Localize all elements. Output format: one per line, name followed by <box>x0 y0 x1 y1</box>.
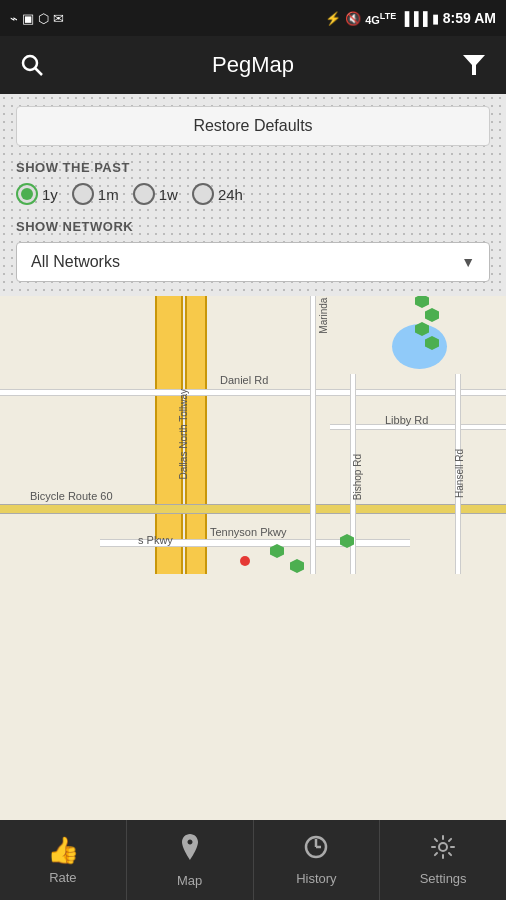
daniel-road <box>0 389 506 396</box>
time-period-radio-group: 1y 1m 1w 24h <box>16 183 490 205</box>
network-dropdown-value: All Networks <box>31 253 120 271</box>
settings-icon <box>430 834 456 867</box>
radio-outer-1y <box>16 183 38 205</box>
radio-outer-24h <box>192 183 214 205</box>
top-bar: PegMap <box>0 36 506 94</box>
rate-icon: 👍 <box>47 835 79 866</box>
radio-1y[interactable]: 1y <box>16 183 58 205</box>
dropdown-arrow-icon: ▼ <box>461 254 475 270</box>
radio-1w[interactable]: 1w <box>133 183 178 205</box>
radio-24h[interactable]: 24h <box>192 183 243 205</box>
history-icon <box>303 834 329 867</box>
svg-point-6 <box>439 843 447 851</box>
filter-button[interactable] <box>454 45 494 85</box>
app-title: PegMap <box>212 52 294 78</box>
mute-icon: 🔇 <box>345 11 361 26</box>
radio-outer-1w <box>133 183 155 205</box>
radio-label-1y: 1y <box>42 186 58 203</box>
map-icon <box>177 832 203 869</box>
svg-line-1 <box>35 68 42 75</box>
bicycle-route <box>0 504 506 514</box>
restore-defaults-button[interactable]: Restore Defaults <box>16 106 490 146</box>
controls-panel: Restore Defaults SHOW THE PAST 1y 1m 1w … <box>0 94 506 296</box>
radio-label-1w: 1w <box>159 186 178 203</box>
nav-rate[interactable]: 👍 Rate <box>0 820 127 900</box>
bottom-nav: 👍 Rate Map History Settings <box>0 820 506 900</box>
show-past-label: SHOW THE PAST <box>16 160 490 175</box>
svg-marker-2 <box>463 55 485 75</box>
email-icon: ✉ <box>53 11 64 26</box>
image-icon: ▣ <box>22 11 34 26</box>
rate-label: Rate <box>49 870 76 885</box>
settings-label: Settings <box>420 871 467 886</box>
network-icon: 4GLTE <box>365 11 396 26</box>
bluetooth-icon: ⚡ <box>325 11 341 26</box>
status-bar: ⌁ ▣ ⬡ ✉ ⚡ 🔇 4GLTE ▐▐▐ ▮ 8:59 AM <box>0 0 506 36</box>
nav-history[interactable]: History <box>254 820 381 900</box>
nav-settings[interactable]: Settings <box>380 820 506 900</box>
radio-inner-1y <box>21 188 33 200</box>
map-label-bishop: Bishop Rd <box>352 454 363 500</box>
nav-map[interactable]: Map <box>127 820 254 900</box>
history-label: History <box>296 871 336 886</box>
radio-label-24h: 24h <box>218 186 243 203</box>
search-button[interactable] <box>12 45 52 85</box>
usb-icon: ⌁ <box>10 11 18 26</box>
show-network-label: SHOW NETWORK <box>16 219 490 234</box>
svg-point-0 <box>23 56 37 70</box>
red-dot <box>240 556 250 566</box>
radio-1m[interactable]: 1m <box>72 183 119 205</box>
signal-icon: ▐▐▐ <box>400 11 428 26</box>
map-label-daniel: Daniel Rd <box>220 374 268 386</box>
map-label-tollway: Dallas North Tollway <box>178 389 189 479</box>
map-label-bicycle: Bicycle Route 60 <box>30 490 113 502</box>
status-time: 8:59 AM <box>443 10 496 26</box>
radio-outer-1m <box>72 183 94 205</box>
battery-icon: ▮ <box>432 11 439 26</box>
network-dropdown[interactable]: All Networks ▼ <box>16 242 490 282</box>
radio-label-1m: 1m <box>98 186 119 203</box>
map-label: Map <box>177 873 202 888</box>
map-label-tennyson: Tennyson Pkwy <box>210 526 286 538</box>
dropbox-icon: ⬡ <box>38 11 49 26</box>
map-label-hansell: Hansell Rd <box>454 449 465 498</box>
map-label-libby: Libby Rd <box>385 414 428 426</box>
status-icons-right: ⚡ 🔇 4GLTE ▐▐▐ ▮ 8:59 AM <box>325 10 496 26</box>
status-icons-left: ⌁ ▣ ⬡ ✉ <box>10 11 64 26</box>
map-label-spkwy: s Pkwy <box>138 534 173 546</box>
